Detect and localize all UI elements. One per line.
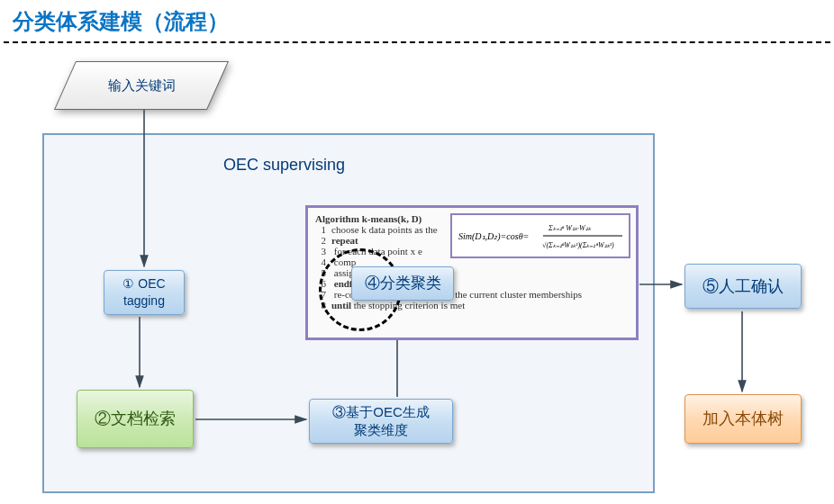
step-oec-tagging-label: ① OEC tagging bbox=[122, 275, 165, 310]
input-node-label: 输入关键词 bbox=[65, 61, 218, 110]
algo-line-1: choose k data points as the bbox=[331, 224, 438, 235]
step-cluster-label: ④分类聚类 bbox=[365, 274, 441, 294]
page-title: 分类体系建模（流程） bbox=[0, 0, 834, 41]
step-generate-dimension: ③基于OEC生成 聚类维度 bbox=[309, 399, 453, 444]
algo-line-2: repeat bbox=[331, 235, 358, 246]
svg-text:√(Σₖ₌₁ⁿW₁ₖ²)(Σₖ₌₁ⁿW₂ₖ²): √(Σₖ₌₁ⁿW₁ₖ²)(Σₖ₌₁ⁿW₂ₖ²) bbox=[542, 241, 614, 249]
svg-text:Sim(D₁,D₂)=cosθ=: Sim(D₁,D₂)=cosθ= bbox=[458, 231, 529, 242]
step-add-ontology-tree-label: 加入本体树 bbox=[703, 408, 784, 429]
similarity-formula: Sim(D₁,D₂)=cosθ= Σₖ₌₁ⁿ W₁ₖ·W₂ₖ √(Σₖ₌₁ⁿW₁… bbox=[450, 213, 630, 258]
svg-text:Σₖ₌₁ⁿ W₁ₖ·W₂ₖ: Σₖ₌₁ⁿ W₁ₖ·W₂ₖ bbox=[548, 224, 592, 232]
diagram-canvas: OEC supervising 输入关键词 ① OEC tagging ②文档检… bbox=[0, 43, 834, 502]
step-confirm: ⑤人工确认 bbox=[684, 264, 802, 309]
input-node: 输入关键词 bbox=[65, 61, 218, 110]
step-doc-search-label: ②文档检索 bbox=[95, 408, 176, 429]
step-generate-dimension-label: ③基于OEC生成 聚类维度 bbox=[332, 403, 430, 440]
step-confirm-label: ⑤人工确认 bbox=[703, 275, 784, 297]
step-add-ontology-tree: 加入本体树 bbox=[684, 394, 802, 444]
step-doc-search: ②文档检索 bbox=[77, 390, 194, 448]
step-cluster: ④分类聚类 bbox=[351, 266, 454, 301]
step-oec-tagging: ① OEC tagging bbox=[104, 270, 185, 315]
supervising-zone-title: OEC supervising bbox=[223, 156, 345, 175]
